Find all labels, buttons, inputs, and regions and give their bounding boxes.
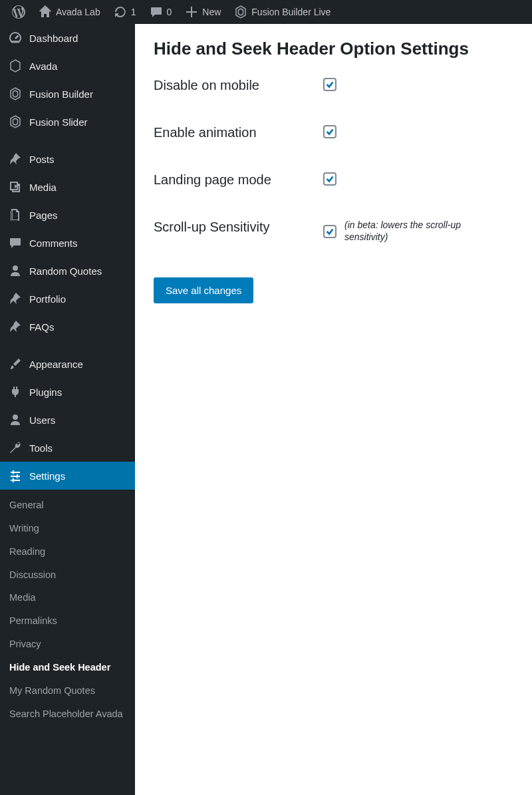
submenu-search-placeholder[interactable]: Search Placeholder Avada [0,703,135,726]
option-landing-page-mode: Landing page mode [154,172,513,188]
menu-fusion-builder-label: Fusion Builder [29,88,93,100]
option-scroll-up-sensitivity-label: Scroll-up Sensitivity [154,220,323,235]
wp-logo[interactable] [5,0,32,24]
admin-sidebar: Dashboard Avada Fusion Builder Fusion Sl… [0,24,135,795]
option-enable-animation: Enable animation [154,125,513,140]
menu-appearance[interactable]: Appearance [0,350,135,378]
menu-plugins-label: Plugins [29,387,62,398]
menu-users-label: Users [29,414,55,426]
menu-avada[interactable]: Avada [0,52,135,80]
menu-comments-label: Comments [29,238,78,249]
submenu-reading[interactable]: Reading [0,540,135,563]
admin-bar: Avada Lab 1 0 New Fusion Builder Live [0,0,532,24]
brush-icon [8,357,23,371]
fusion-builder-live-label: Fusion Builder Live [251,7,331,17]
submenu-permalinks[interactable]: Permalinks [0,609,135,633]
pages-icon [8,208,23,222]
fusion-builder-icon [8,86,23,101]
menu-dashboard[interactable]: Dashboard [0,24,135,52]
option-disable-mobile-label: Disable on mobile [154,78,323,93]
menu-media-label: Media [29,182,57,193]
avada-icon [8,59,23,73]
option-disable-mobile: Disable on mobile [154,78,513,93]
menu-users[interactable]: Users [0,406,135,434]
updates-link[interactable]: 1 [107,0,143,24]
update-icon [114,5,127,19]
option-disable-mobile-checkbox[interactable] [323,78,336,91]
plus-icon [185,5,198,19]
menu-fusion-slider-label: Fusion Slider [29,116,88,128]
option-landing-page-mode-checkbox[interactable] [323,172,336,186]
menu-posts[interactable]: Posts [0,145,135,173]
new-content-label: New [202,7,221,17]
menu-fusion-slider[interactable]: Fusion Slider [0,108,135,136]
menu-pages[interactable]: Pages [0,201,135,229]
wrench-icon [8,440,23,455]
sliders-icon [8,468,23,483]
option-scroll-up-sensitivity-note: (in beta: lowers the scroll-up sensitivi… [344,220,477,243]
menu-pages-label: Pages [29,210,58,221]
fusion-builder-live-link[interactable]: Fusion Builder Live [227,0,337,24]
menu-settings-label: Settings [29,470,65,482]
menu-random-quotes[interactable]: Random Quotes [0,257,135,285]
comments-icon [8,236,23,250]
menu-random-quotes-label: Random Quotes [29,265,102,277]
menu-portfolio-label: Portfolio [29,293,66,305]
menu-tools-label: Tools [29,442,53,454]
comments-count: 0 [167,7,172,17]
menu-posts-label: Posts [29,154,55,165]
option-enable-animation-checkbox[interactable] [323,125,336,138]
user-icon [8,412,23,427]
fusion-hex-icon [234,5,247,19]
pin-icon [8,152,23,166]
submenu-media[interactable]: Media [0,586,135,609]
site-name-label: Avada Lab [56,7,100,17]
menu-settings[interactable]: Settings [0,462,135,490]
menu-tools[interactable]: Tools [0,434,135,462]
submenu-general[interactable]: General [0,494,135,517]
menu-avada-label: Avada [29,61,57,72]
page-title: Hide and Seek Header Option Settings [154,39,513,59]
submenu-privacy[interactable]: Privacy [0,633,135,656]
menu-fusion-builder[interactable]: Fusion Builder [0,80,135,108]
updates-count: 1 [131,7,136,17]
wordpress-icon [12,5,25,19]
menu-dashboard-label: Dashboard [29,33,78,44]
submenu-hide-and-seek[interactable]: Hide and Seek Header [0,656,135,679]
submenu-discussion[interactable]: Discussion [0,563,135,587]
dashboard-icon [8,31,23,45]
media-icon [8,180,23,194]
content-area: Hide and Seek Header Option Settings Dis… [135,24,532,795]
menu-portfolio[interactable]: Portfolio [0,285,135,313]
option-scroll-up-sensitivity-checkbox[interactable] [323,225,336,238]
menu-faqs[interactable]: FAQs [0,313,135,341]
submenu-writing[interactable]: Writing [0,517,135,540]
option-enable-animation-label: Enable animation [154,125,323,140]
menu-comments[interactable]: Comments [0,229,135,257]
comment-icon [150,5,163,19]
menu-media[interactable]: Media [0,173,135,201]
submenu-my-random-quotes[interactable]: My Random Quotes [0,679,135,703]
comments-link[interactable]: 0 [143,0,179,24]
settings-submenu: General Writing Reading Discussion Media… [0,490,135,732]
pin-icon [8,291,23,306]
menu-faqs-label: FAQs [29,321,55,333]
pin-icon [8,319,23,334]
plug-icon [8,385,23,399]
menu-appearance-label: Appearance [29,359,83,370]
option-landing-page-mode-label: Landing page mode [154,172,323,188]
new-content-link[interactable]: New [178,0,227,24]
menu-plugins[interactable]: Plugins [0,378,135,406]
site-name-link[interactable]: Avada Lab [32,0,107,24]
option-scroll-up-sensitivity: Scroll-up Sensitivity (in beta: lowers t… [154,220,513,243]
fusion-slider-icon [8,114,23,129]
user-quote-icon [8,263,23,278]
save-button[interactable]: Save all changes [154,277,253,303]
home-icon [39,5,52,19]
